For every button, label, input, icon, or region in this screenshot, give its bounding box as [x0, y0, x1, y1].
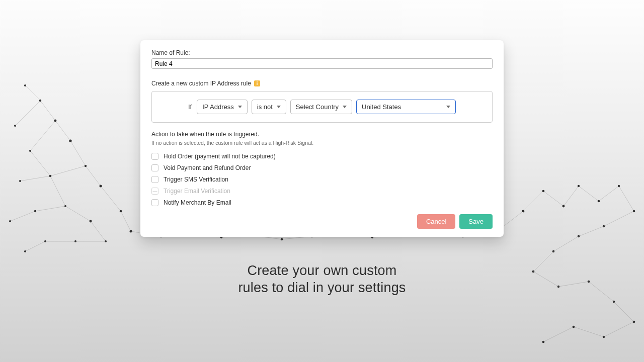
option-label: Notify Merchant By Email: [164, 199, 231, 206]
svg-line-29: [20, 176, 50, 181]
svg-line-84: [543, 191, 564, 206]
svg-line-86: [579, 186, 599, 201]
svg-point-69: [598, 200, 600, 203]
svg-point-65: [522, 210, 525, 213]
create-rule-heading: Create a new custom IP Address rule: [151, 80, 251, 87]
svg-line-25: [30, 151, 50, 176]
checkbox-icon[interactable]: [151, 153, 158, 160]
rule-name-input[interactable]: [151, 58, 493, 69]
option-label: Trigger SMS Verification: [164, 176, 228, 183]
svg-line-39: [25, 241, 45, 251]
svg-point-66: [542, 190, 545, 193]
country-label-select[interactable]: Select Country: [290, 100, 352, 114]
svg-point-17: [74, 240, 76, 242]
chevron-down-icon: [277, 106, 281, 108]
svg-point-78: [613, 301, 615, 303]
option-notify-merchant[interactable]: Notify Merchant By Email: [151, 199, 493, 206]
svg-line-99: [543, 327, 574, 342]
country-value-select[interactable]: United States: [356, 100, 456, 114]
if-label: If: [188, 103, 192, 111]
svg-point-15: [130, 230, 132, 233]
svg-point-16: [105, 240, 107, 242]
svg-line-33: [10, 211, 35, 221]
country-value-select-value: United States: [362, 103, 401, 111]
option-label: Hold Order (payment will not be captured…: [164, 153, 276, 160]
svg-point-82: [542, 341, 545, 343]
caption-line-2: rules to dial in your settings: [0, 280, 644, 297]
svg-line-83: [523, 191, 543, 211]
info-icon[interactable]: i: [254, 80, 260, 86]
svg-point-6: [19, 180, 21, 182]
svg-point-3: [54, 120, 57, 122]
svg-line-98: [574, 327, 604, 337]
svg-point-7: [49, 175, 52, 177]
svg-point-74: [552, 250, 554, 252]
name-of-rule-label: Name of Rule:: [151, 49, 493, 56]
svg-point-14: [120, 210, 122, 213]
svg-line-23: [55, 121, 70, 141]
svg-point-2: [14, 125, 16, 127]
svg-point-81: [573, 326, 575, 328]
action-heading: Action to take when the rule is triggere…: [151, 131, 493, 138]
chevron-down-icon: [238, 106, 242, 108]
svg-point-19: [24, 250, 26, 252]
svg-line-97: [604, 322, 634, 337]
option-label: Trigger Email Verification: [164, 188, 230, 195]
option-sms-verification[interactable]: Trigger SMS Verification: [151, 176, 493, 183]
svg-point-72: [603, 225, 605, 227]
action-options: Hold Order (payment will not be captured…: [151, 153, 493, 206]
svg-line-21: [40, 101, 55, 121]
svg-point-70: [618, 185, 620, 187]
checkbox-icon[interactable]: [151, 176, 158, 183]
option-void-refund[interactable]: Void Payment and Refund Order: [151, 164, 493, 171]
svg-point-68: [578, 185, 580, 187]
operator-select[interactable]: is not: [252, 100, 286, 114]
marketing-caption: Create your own custom rules to dial in …: [0, 262, 644, 297]
svg-line-88: [619, 186, 634, 211]
svg-point-1: [39, 100, 41, 102]
chevron-down-icon: [446, 106, 450, 108]
svg-line-32: [35, 206, 65, 211]
svg-line-27: [86, 166, 101, 186]
option-label: Void Payment and Refund Order: [164, 164, 251, 171]
svg-point-71: [633, 210, 635, 213]
rule-editor-card: Name of Rule: Create a new custom IP Add…: [140, 40, 504, 237]
svg-line-35: [121, 211, 131, 231]
save-button[interactable]: Save: [459, 214, 493, 229]
svg-line-31: [65, 206, 91, 221]
operator-select-value: is not: [257, 103, 273, 111]
svg-point-12: [9, 220, 11, 222]
svg-line-36: [91, 221, 106, 241]
svg-line-26: [70, 141, 86, 166]
svg-line-90: [579, 226, 604, 236]
svg-point-18: [44, 240, 46, 242]
cancel-button[interactable]: Cancel: [417, 214, 455, 229]
svg-point-79: [633, 321, 635, 323]
svg-line-96: [614, 302, 634, 322]
field-select-value: IP Address: [202, 103, 234, 111]
svg-line-89: [604, 211, 634, 226]
checkbox-icon[interactable]: [151, 199, 158, 206]
svg-point-11: [34, 210, 36, 212]
option-email-verification: Trigger Email Verification: [151, 188, 493, 195]
svg-line-24: [30, 121, 55, 151]
svg-point-10: [64, 205, 66, 207]
svg-point-4: [29, 150, 31, 152]
country-label-select-value: Select Country: [296, 103, 339, 111]
svg-point-5: [69, 139, 71, 142]
svg-line-30: [50, 176, 65, 206]
chevron-down-icon: [343, 106, 347, 108]
checkbox-disabled-icon: [151, 188, 158, 195]
svg-line-87: [599, 186, 619, 201]
option-hold-order[interactable]: Hold Order (payment will not be captured…: [151, 153, 493, 160]
rule-condition-box: If IP Address is not Select Country Unit…: [151, 91, 493, 123]
svg-point-45: [281, 238, 283, 241]
action-subtext: If no action is selected, the custom rul…: [151, 140, 493, 146]
svg-line-85: [564, 186, 579, 206]
svg-point-67: [562, 205, 565, 208]
field-select[interactable]: IP Address: [197, 100, 248, 114]
svg-line-20: [25, 85, 40, 101]
checkbox-icon[interactable]: [151, 164, 158, 171]
svg-point-13: [90, 220, 92, 223]
svg-point-9: [100, 185, 102, 188]
